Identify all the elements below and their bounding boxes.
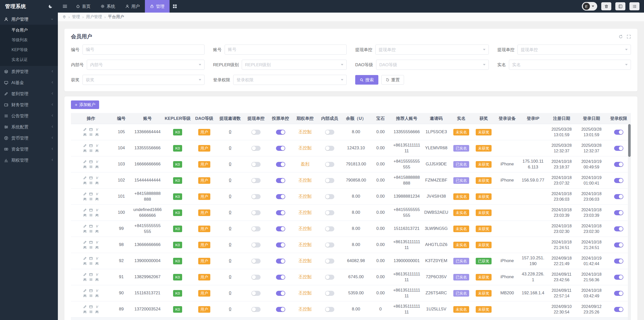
filter-select-5[interactable]: 内部号 — [87, 60, 205, 70]
invites-link[interactable]: 0 — [229, 307, 231, 311]
internal-member-toggle[interactable] — [325, 259, 334, 264]
option-control-link[interactable]: 不控制 — [299, 291, 311, 295]
edit-icon[interactable] — [82, 305, 88, 309]
sidebar-item-3[interactable]: AI基金 — [0, 77, 58, 88]
expand-icon[interactable] — [627, 34, 631, 39]
users-icon[interactable] — [94, 294, 100, 298]
window-icon[interactable] — [88, 192, 94, 196]
window-icon[interactable] — [88, 224, 94, 228]
sidebar-item-2[interactable]: 质押管理 — [0, 66, 58, 77]
window-icon[interactable] — [88, 176, 94, 180]
v-icon[interactable]: V — [94, 224, 100, 228]
search-button[interactable]: 搜索 — [355, 75, 378, 85]
sidebar-subitem-3[interactable]: KEP等级 — [0, 45, 58, 55]
filter-select-10[interactable]: 登录权限 — [233, 75, 347, 85]
vote-control-toggle[interactable] — [276, 178, 285, 183]
list-icon[interactable] — [88, 245, 94, 249]
window-icon[interactable] — [88, 208, 94, 212]
withdraw-control-toggle[interactable] — [251, 242, 261, 247]
invites-link[interactable]: 0 — [229, 291, 231, 295]
login-permission-toggle[interactable] — [614, 130, 623, 135]
users-icon[interactable] — [82, 133, 88, 136]
invites-link[interactable]: 0 — [229, 129, 231, 134]
withdraw-control-toggle[interactable] — [251, 130, 261, 135]
users-icon[interactable] — [94, 133, 100, 136]
list-icon[interactable] — [88, 294, 94, 298]
option-control-link[interactable]: 不控制 — [299, 226, 311, 231]
vote-control-toggle[interactable] — [276, 130, 285, 135]
option-control-link[interactable]: 不控制 — [299, 146, 311, 150]
vote-control-toggle[interactable] — [276, 226, 285, 231]
v-icon[interactable]: V — [94, 208, 100, 212]
withdraw-control-toggle[interactable] — [251, 178, 261, 183]
trash-button[interactable] — [601, 2, 611, 10]
internal-member-toggle[interactable] — [325, 226, 334, 231]
users-icon[interactable] — [82, 310, 88, 314]
sidebar-item-10[interactable]: 期权管理 — [0, 155, 58, 166]
add-account-button[interactable]: + 添加账户 — [71, 100, 99, 109]
edit-icon[interactable] — [82, 273, 88, 276]
login-permission-toggle[interactable] — [614, 259, 623, 264]
login-permission-toggle[interactable] — [614, 226, 623, 231]
internal-member-toggle[interactable] — [325, 307, 334, 312]
edit-icon[interactable] — [82, 176, 88, 180]
filter-select-3[interactable]: 提现单控 — [375, 45, 489, 55]
internal-member-toggle[interactable] — [325, 291, 334, 296]
withdraw-control-toggle[interactable] — [251, 275, 261, 280]
login-permission-toggle[interactable] — [614, 178, 623, 183]
window-icon[interactable] — [88, 273, 94, 276]
filter-select-8[interactable]: 实名 — [509, 60, 631, 70]
option-control-link[interactable]: 不控制 — [299, 307, 311, 311]
withdraw-control-toggle[interactable] — [251, 146, 261, 151]
login-permission-toggle[interactable] — [614, 194, 623, 199]
option-control-link[interactable]: 不控制 — [299, 210, 311, 215]
users-icon[interactable] — [94, 181, 100, 185]
hamburger-icon[interactable] — [62, 4, 67, 9]
invites-link[interactable]: 0 — [229, 194, 231, 199]
option-control-link[interactable]: 不控制 — [299, 178, 311, 183]
sidebar-subitem-2[interactable]: 等级列表 — [0, 35, 58, 45]
v-icon[interactable]: V — [94, 128, 100, 131]
users-icon[interactable] — [94, 149, 100, 153]
withdraw-control-toggle[interactable] — [251, 291, 261, 296]
edit-icon[interactable] — [82, 144, 88, 148]
list-icon[interactable] — [88, 181, 94, 185]
invites-link[interactable]: 0 — [229, 146, 231, 150]
list-icon[interactable] — [88, 278, 94, 281]
refresh-icon[interactable] — [619, 34, 623, 39]
list-icon[interactable] — [88, 213, 94, 217]
withdraw-control-toggle[interactable] — [251, 210, 261, 215]
option-control-link[interactable]: 盈利 — [301, 162, 309, 166]
login-permission-toggle[interactable] — [614, 210, 623, 215]
login-permission-toggle[interactable] — [614, 275, 623, 280]
menu-list-button[interactable] — [629, 2, 639, 10]
edit-icon[interactable] — [82, 224, 88, 228]
sidebar-subitem-1[interactable]: 平台用户 — [0, 25, 58, 35]
list-icon[interactable] — [88, 262, 94, 265]
vote-control-toggle[interactable] — [276, 162, 285, 167]
sidebar-item-7[interactable]: 系统配置 — [0, 121, 58, 132]
edit-icon[interactable] — [82, 192, 88, 196]
sidebar-item-6[interactable]: 公告管理 — [0, 110, 58, 121]
users-icon[interactable] — [82, 149, 88, 153]
vertical-scrollbar[interactable] — [628, 124, 631, 320]
invites-link[interactable]: 0 — [229, 226, 231, 231]
vote-control-toggle[interactable] — [276, 275, 285, 280]
internal-member-toggle[interactable] — [325, 275, 334, 280]
internal-member-toggle[interactable] — [325, 146, 334, 151]
layout-button[interactable] — [615, 2, 625, 10]
users-icon[interactable] — [94, 213, 100, 217]
edit-icon[interactable] — [82, 240, 88, 244]
users-icon[interactable] — [82, 294, 88, 298]
withdraw-control-toggle[interactable] — [251, 162, 261, 167]
list-icon[interactable] — [88, 133, 94, 136]
scrollbar-thumb[interactable] — [628, 124, 631, 157]
invites-link[interactable]: 0 — [229, 242, 231, 247]
filter-select-9[interactable]: 获奖 — [83, 75, 205, 85]
list-icon[interactable] — [88, 149, 94, 153]
edit-icon[interactable] — [82, 128, 88, 131]
login-permission-toggle[interactable] — [614, 162, 623, 167]
window-icon[interactable] — [88, 160, 94, 164]
filter-input-1[interactable] — [83, 45, 205, 55]
option-control-link[interactable]: 不控制 — [299, 258, 311, 263]
